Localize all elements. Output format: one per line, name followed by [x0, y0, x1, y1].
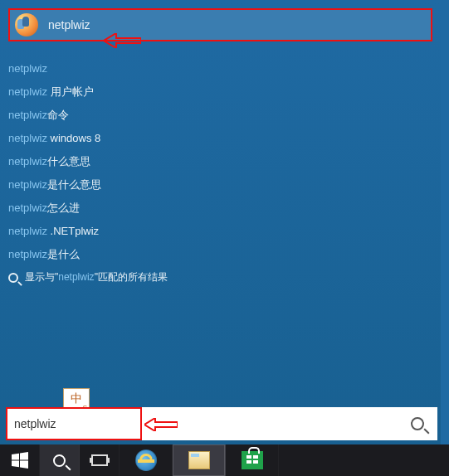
suggestion-suffix: 是什么意思: [47, 178, 101, 191]
svg-marker-3: [20, 461, 28, 469]
suggestion-suffix: .NETplwiz: [47, 225, 99, 237]
suggestion-item[interactable]: netplwiz: [8, 61, 432, 76]
suggestion-keyword: netplwiz: [8, 178, 47, 191]
svg-marker-2: [12, 461, 19, 468]
show-all-text: 显示与"netplwiz"匹配的所有结果: [25, 270, 168, 284]
taskbar-app-store[interactable]: [226, 444, 279, 476]
svg-marker-0: [12, 454, 19, 460]
taskbar-app-file-explorer[interactable]: [173, 444, 226, 476]
search-icon: [8, 273, 18, 283]
suggestion-keyword: netplwiz: [8, 155, 47, 168]
suggestion-item[interactable]: netplwiz什么意思: [8, 154, 432, 169]
task-view-button[interactable]: [80, 444, 120, 476]
top-result[interactable]: netplwiz: [8, 8, 432, 41]
suggestion-item[interactable]: netplwiz windows 8: [8, 131, 432, 146]
search-icon: [53, 454, 66, 467]
suggestion-item[interactable]: netplwiz命令: [8, 108, 432, 123]
suggestion-item[interactable]: netplwiz .NETplwiz: [8, 224, 432, 239]
taskbar-search-button[interactable]: [40, 444, 80, 476]
suggestion-item[interactable]: netplwiz怎么进: [8, 201, 432, 216]
suggestion-keyword: netplwiz: [8, 248, 47, 260]
user-accounts-shield-icon: [15, 13, 38, 36]
ime-mode-label: 中: [71, 392, 82, 404]
suggestion-keyword: netplwiz: [8, 132, 47, 144]
suggestion-item[interactable]: netplwiz是什么意思: [8, 177, 432, 192]
suggestion-suffix: windows 8: [47, 132, 100, 144]
top-result-label: netplwiz: [48, 18, 90, 32]
suggestion-suffix: 命令: [47, 109, 69, 121]
task-view-icon: [91, 454, 108, 466]
suggestion-keyword: netplwiz: [8, 225, 47, 237]
show-all-results[interactable]: 显示与"netplwiz"匹配的所有结果: [8, 270, 432, 284]
divider: [441, 0, 449, 444]
suggestion-suffix: 什么意思: [47, 155, 90, 168]
suggestion-keyword: netplwiz: [8, 85, 47, 98]
file-explorer-icon: [188, 451, 210, 469]
search-suggestions: netplwiznetplwiz 用户帐户netplwiz命令netplwiz …: [8, 61, 432, 262]
suggestion-suffix: 怎么进: [47, 202, 80, 214]
suggestion-item[interactable]: netplwiz 用户帐户: [8, 85, 432, 100]
search-bar: [6, 407, 437, 440]
suggestion-suffix: 用户帐户: [47, 85, 94, 98]
svg-marker-1: [20, 452, 28, 460]
suggestion-item[interactable]: netplwiz是什么: [8, 247, 432, 262]
taskbar: [0, 444, 449, 476]
search-icon[interactable]: [411, 417, 424, 430]
start-search-panel: netplwiz netplwiznetplwiz 用户帐户netplwiz命令…: [0, 0, 441, 444]
taskbar-app-ie[interactable]: [120, 444, 173, 476]
windows-logo-icon: [12, 452, 28, 469]
internet-explorer-icon: [135, 449, 157, 471]
start-button[interactable]: [0, 444, 40, 476]
store-icon: [242, 451, 263, 469]
suggestion-keyword: netplwiz: [8, 202, 47, 214]
search-input[interactable]: [14, 417, 134, 430]
suggestion-keyword: netplwiz: [8, 62, 47, 75]
search-input-highlight: [6, 407, 142, 440]
suggestion-suffix: 是什么: [47, 248, 80, 260]
search-bar-right: [142, 407, 437, 440]
suggestion-keyword: netplwiz: [8, 109, 47, 121]
